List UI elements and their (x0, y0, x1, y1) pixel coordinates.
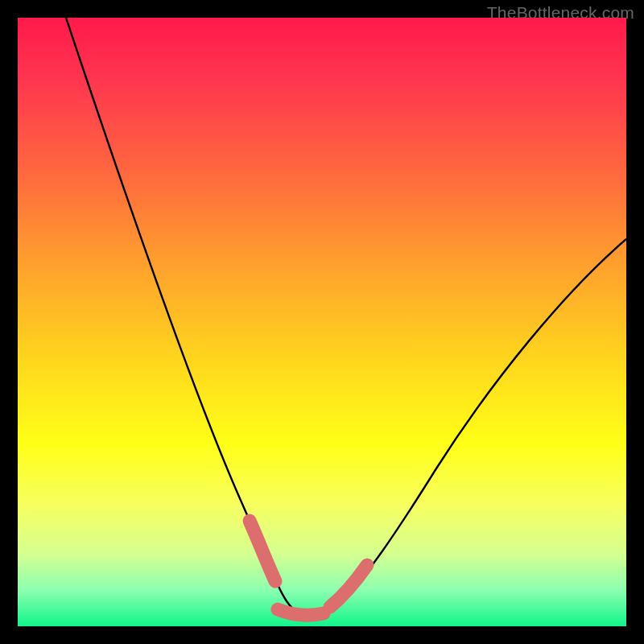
right-highlight-stroke (330, 565, 367, 607)
left-highlight-stroke (250, 521, 275, 581)
bottleneck-chart (18, 18, 626, 626)
chart-plot-area (18, 18, 626, 626)
bottom-highlight-stroke (278, 609, 324, 615)
bottleneck-curve-path (66, 18, 626, 616)
